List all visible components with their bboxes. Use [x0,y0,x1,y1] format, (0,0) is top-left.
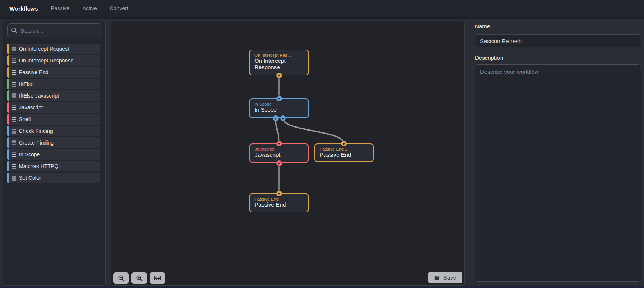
node-name: Passive End [320,152,368,158]
workflow-description-textarea[interactable] [475,64,641,282]
chevron-down-icon [278,98,281,100]
node-title: In Scope [254,101,304,107]
palette-item-label: On Intercept Request [19,46,69,52]
chevron-down-icon [278,75,281,77]
drag-handle-icon[interactable] [12,152,16,157]
drag-handle-icon[interactable] [12,117,16,122]
node-handle-source-javascript[interactable] [276,160,282,166]
palette-item-create-finding[interactable]: Create Finding [7,137,100,148]
node-name: Javascript [255,152,303,158]
palette-item-if-else-javascript[interactable]: If/Else Javascript [7,90,100,101]
node-handle-source-in-scope[interactable] [280,115,286,121]
palette-item-label: Javascript [19,104,43,111]
palette-item-label: Shell [19,116,31,122]
save-icon [434,275,440,280]
drag-handle-icon[interactable] [12,70,16,75]
drag-handle-icon[interactable] [12,105,16,110]
drag-handle-icon[interactable] [12,176,16,181]
node-title: Passive End [254,196,304,202]
zoom-out-button[interactable] [113,272,129,284]
flow-node-passive-end[interactable]: Passive EndPassive End [249,193,309,212]
tab-passive[interactable]: Passive [51,5,70,11]
chevron-down-icon [278,163,281,165]
search-box [7,23,102,37]
fit-view-button[interactable] [150,272,165,284]
palette-item-matches-httpql[interactable]: Matches HTTPQL [7,161,100,171]
node-title: Passive End 1 [320,146,368,152]
node-handle-target-javascript[interactable] [276,141,282,146]
workflow-properties-panel: Name Description [475,21,641,283]
palette-item-in-scope[interactable]: In Scope [7,149,100,160]
drag-handle-icon[interactable] [12,129,16,134]
drag-handle-icon[interactable] [12,164,16,169]
save-button[interactable]: Save [428,272,462,283]
node-handle-source-in-scope[interactable] [273,115,279,121]
chevron-down-icon [274,118,277,120]
node-title: Javascript [255,146,303,152]
flow-node-in-scope[interactable]: In ScopeIn Scope [249,98,309,118]
top-bar: Workflows Passive Active Convert [0,0,644,17]
name-label: Name [475,23,641,30]
fit-view-icon [154,275,161,281]
workflow-name-input[interactable] [475,34,641,47]
bottom-accent-strip [0,286,644,288]
palette-item-on-intercept-response[interactable]: On Intercept Response [7,55,100,66]
save-button-label: Save [443,274,456,281]
node-title: On Intercept Res… [254,53,304,58]
palette-item-label: If/Else Javascript [19,93,59,99]
palette-item-label: If/Else [19,81,34,87]
zoom-in-icon [136,275,143,282]
canvas-controls [113,272,165,284]
chevron-down-icon [278,193,281,195]
palette-item-label: Passive End [19,69,48,75]
node-name: On Intercept Response [254,58,304,71]
palette-item-label: Set Color [19,175,41,181]
edge-in-scope-to-passive-end-1[interactable] [283,118,344,143]
palette-item-label: On Intercept Response [19,58,73,64]
palette-item-passive-end[interactable]: Passive End [7,67,100,78]
palette-item-label: In Scope [19,151,40,157]
workflow-canvas[interactable]: On Intercept Res…On Intercept ResponseIn… [111,21,465,286]
page-title: Workflows [9,5,38,12]
palette-item-set-color[interactable]: Set Color [7,173,100,183]
node-palette-sidebar: On Intercept RequestOn Intercept Respons… [3,21,106,286]
node-handle-target-in-scope[interactable] [276,96,282,101]
palette-item-shell[interactable]: Shell [7,114,100,125]
chevron-down-icon [278,143,281,145]
tab-active[interactable]: Active [83,5,97,11]
palette-item-on-intercept-request[interactable]: On Intercept Request [7,44,100,54]
palette-item-label: Create Finding [19,140,54,146]
zoom-in-button[interactable] [131,272,147,284]
flow-node-on-intercept-response[interactable]: On Intercept Res…On Intercept Response [249,50,309,75]
search-input[interactable] [7,23,102,37]
edge-in-scope-to-javascript[interactable] [276,118,279,143]
node-name: In Scope [254,107,304,113]
node-handle-target-passive-end[interactable] [276,191,282,196]
node-name: Passive End [254,202,304,208]
palette-item-if-else[interactable]: If/Else [7,79,100,89]
chevron-down-icon [342,143,345,145]
palette-item-label: Check Finding [19,128,53,134]
palette-item-label: Matches HTTPQL [19,163,61,169]
search-icon [11,27,17,34]
description-label: Description [475,54,641,61]
node-palette-list: On Intercept RequestOn Intercept Respons… [3,44,105,183]
node-handle-target-passive-end-1[interactable] [341,141,347,146]
drag-handle-icon[interactable] [12,140,16,145]
palette-item-check-finding[interactable]: Check Finding [7,126,100,136]
chevron-down-icon [281,118,284,120]
workflow-editor: Workflows Passive Active Convert On Inte… [0,0,644,288]
zoom-out-icon [118,275,125,282]
drag-handle-icon[interactable] [12,47,16,51]
drag-handle-icon[interactable] [12,58,16,63]
drag-handle-icon[interactable] [12,93,16,98]
palette-item-javascript[interactable]: Javascript [7,102,100,113]
node-handle-source-on-intercept-response[interactable] [276,73,282,78]
drag-handle-icon[interactable] [12,82,16,87]
content-area: On Intercept RequestOn Intercept Respons… [0,17,644,286]
tab-convert[interactable]: Convert [110,5,128,11]
